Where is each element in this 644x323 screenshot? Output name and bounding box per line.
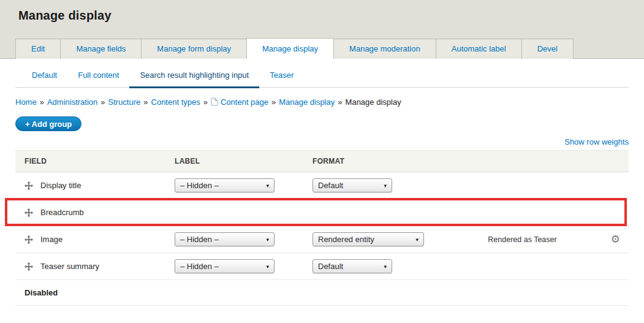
table-row-image: Image – Hidden –▾ Rendered entity▾ Rende…: [15, 226, 629, 253]
table-header-row: FIELD LABEL FORMAT: [15, 150, 629, 172]
add-group-label: Add group: [32, 120, 72, 129]
label-select[interactable]: – Hidden –▾: [175, 178, 275, 192]
gear-icon[interactable]: ⚙: [611, 234, 620, 245]
table-row-display-title: Display title – Hidden –▾ Default▾: [15, 172, 629, 199]
breadcrumb-separator: »: [338, 97, 342, 107]
primary-tabs: Edit Manage fields Manage form display M…: [15, 38, 574, 59]
chevron-down-icon: ▾: [266, 264, 269, 270]
tab-edit[interactable]: Edit: [15, 39, 61, 59]
subtab-teaser[interactable]: Teaser: [259, 65, 304, 87]
subtab-full-content[interactable]: Full content: [67, 65, 129, 87]
chevron-down-icon: ▾: [384, 264, 387, 270]
drag-handle-icon[interactable]: [25, 181, 33, 190]
breadcrumb-separator: »: [40, 97, 44, 107]
breadcrumb-link-content-page[interactable]: Content page: [221, 97, 268, 107]
field-name: Display title: [40, 181, 81, 190]
breadcrumb-separator: »: [271, 97, 276, 107]
format-select[interactable]: Default▾: [313, 178, 392, 192]
field-name: Breadcrumb: [40, 208, 84, 217]
breadcrumb-separator: »: [143, 97, 148, 107]
breadcrumb-separator: »: [100, 97, 105, 107]
breadcrumb-link-home[interactable]: Home: [15, 97, 37, 107]
add-group-button[interactable]: +Add group: [15, 116, 81, 131]
tab-automatic-label[interactable]: Automatic label: [436, 39, 522, 59]
format-select[interactable]: Default▾: [313, 259, 392, 273]
secondary-tabs: Default Full content Search result highl…: [15, 59, 629, 88]
label-select[interactable]: – Hidden –▾: [175, 259, 275, 273]
tab-manage-form-display[interactable]: Manage form display: [141, 39, 247, 59]
label-select[interactable]: – Hidden –▾: [175, 232, 275, 246]
field-name: Teaser summary: [40, 262, 99, 271]
chevron-down-icon: ▾: [384, 183, 387, 189]
format-select[interactable]: Rendered entity▾: [313, 232, 424, 246]
column-header-field: FIELD: [15, 157, 175, 165]
tab-devel[interactable]: Devel: [521, 39, 574, 59]
breadcrumb: Home»Administration»Structure»Content ty…: [15, 97, 629, 108]
row-weights-bar: Show row weights: [15, 137, 629, 146]
page-title: Manage display: [0, 0, 644, 23]
tab-manage-display[interactable]: Manage display: [246, 38, 334, 59]
field-display-table: FIELD LABEL FORMAT Display title – Hidde…: [15, 150, 629, 306]
breadcrumb-current: Manage display: [346, 97, 401, 107]
field-name: Image: [40, 235, 63, 244]
drag-handle-icon[interactable]: [25, 208, 33, 217]
table-row-breadcrumb: Breadcrumb: [15, 199, 629, 226]
chevron-down-icon: ▾: [266, 237, 269, 243]
drag-handle-icon[interactable]: [25, 262, 33, 271]
chevron-down-icon: ▾: [415, 237, 419, 243]
page-header: Manage display Edit Manage fields Manage…: [0, 0, 644, 59]
chevron-down-icon: ▾: [266, 183, 269, 189]
plus-icon: +: [25, 120, 30, 129]
column-header-format: FORMAT: [313, 157, 456, 165]
breadcrumb-link-structure[interactable]: Structure: [108, 97, 141, 107]
tab-manage-fields[interactable]: Manage fields: [60, 39, 142, 59]
table-row-teaser-summary: Teaser summary – Hidden –▾ Default▾: [15, 253, 629, 280]
actions-bar: +Add group: [15, 116, 629, 131]
show-row-weights-link[interactable]: Show row weights: [564, 137, 629, 146]
breadcrumb-link-administration[interactable]: Administration: [47, 97, 97, 107]
breadcrumb-separator: »: [203, 97, 208, 107]
tab-manage-moderation[interactable]: Manage moderation: [333, 39, 436, 59]
drag-handle-icon[interactable]: [25, 235, 33, 244]
breadcrumb-link-content-types[interactable]: Content types: [151, 97, 200, 107]
subtab-search-result-highlighting-input[interactable]: Search result highlighting input: [129, 65, 259, 88]
disabled-section-header: Disabled: [15, 280, 629, 306]
column-header-label: LABEL: [175, 157, 313, 165]
breadcrumb-link-manage-display[interactable]: Manage display: [279, 97, 335, 107]
subtab-default[interactable]: Default: [21, 65, 67, 87]
page-icon: [211, 97, 218, 108]
format-summary: Rendered as Teaser: [456, 235, 588, 244]
